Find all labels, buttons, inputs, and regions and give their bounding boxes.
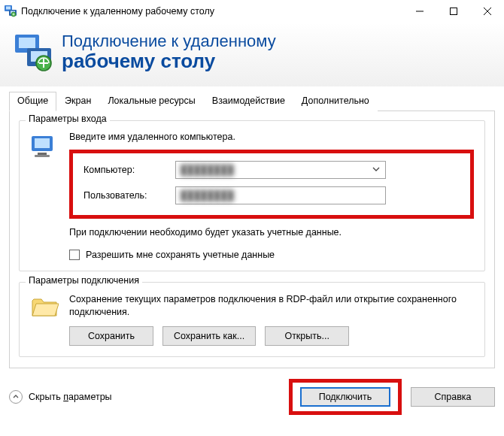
collapse-icon[interactable] [9, 390, 23, 404]
group-login-legend: Параметры входа [26, 114, 110, 124]
tab-local-resources[interactable]: Локальные ресурсы [99, 92, 203, 111]
save-credentials-label: Разрешить мне сохранять учетные данные [86, 250, 275, 260]
group-connection: Параметры подключения Сохранение текущих… [19, 282, 485, 357]
tab-general[interactable]: Общие [9, 92, 56, 111]
minimize-button[interactable] [402, 0, 436, 23]
group-login: Параметры входа Введите имя удаленного к… [19, 120, 485, 271]
login-note: При подключении необходимо будет указать… [69, 226, 474, 239]
user-value: ████████ [181, 190, 234, 201]
highlight-connect: Подключить [289, 379, 402, 415]
svg-rect-16 [38, 153, 47, 155]
footer: Скрыть параметры Подключить Справка [0, 368, 504, 425]
computer-value: ████████ [181, 165, 234, 175]
help-button[interactable]: Справка [411, 387, 495, 407]
group-connection-legend: Параметры подключения [26, 275, 142, 286]
tab-experience[interactable]: Взаимодействие [204, 92, 293, 111]
user-input[interactable]: ████████ [175, 186, 386, 204]
panel-general: Параметры входа Введите имя удаленного к… [9, 111, 495, 368]
chevron-down-icon[interactable] [372, 165, 381, 176]
svg-rect-15 [35, 138, 50, 148]
titlebar-text: Подключение к удаленному рабочему столу [21, 6, 214, 17]
header-line2: рабочему столу [62, 50, 276, 73]
computer-input[interactable]: ████████ [175, 161, 386, 179]
folder-icon [30, 293, 59, 319]
close-button[interactable] [470, 0, 504, 23]
rdp-icon [14, 33, 53, 72]
save-as-button[interactable]: Сохранить как... [162, 326, 256, 346]
save-button[interactable]: Сохранить [69, 326, 153, 346]
app-icon [5, 5, 17, 17]
svg-rect-1 [6, 7, 11, 10]
login-instruction: Введите имя удаленного компьютера. [69, 132, 474, 142]
user-label: Пользователь: [83, 190, 166, 201]
open-button[interactable]: Открыть... [265, 326, 349, 346]
svg-rect-10 [19, 38, 35, 48]
tabs: Общие Экран Локальные ресурсы Взаимодейс… [9, 91, 495, 111]
tab-advanced[interactable]: Дополнительно [293, 92, 378, 111]
svg-rect-17 [35, 155, 50, 157]
computer-label: Компьютер: [83, 165, 166, 175]
header: Подключение к удаленному рабочему столу [0, 23, 504, 86]
connect-button[interactable]: Подключить [300, 387, 390, 407]
svg-rect-6 [450, 8, 457, 15]
hide-params-link[interactable]: Скрыть параметры [29, 392, 112, 402]
maximize-button[interactable] [436, 0, 470, 23]
header-line1: Подключение к удаленному [62, 32, 276, 50]
save-credentials-checkbox[interactable] [69, 250, 80, 260]
tab-display[interactable]: Экран [56, 92, 99, 111]
connection-desc: Сохранение текущих параметров подключени… [69, 293, 474, 319]
computer-icon [30, 135, 59, 159]
titlebar: Подключение к удаленному рабочему столу [0, 0, 504, 23]
highlight-credentials: Компьютер: ████████ Пользователь: [69, 150, 474, 219]
